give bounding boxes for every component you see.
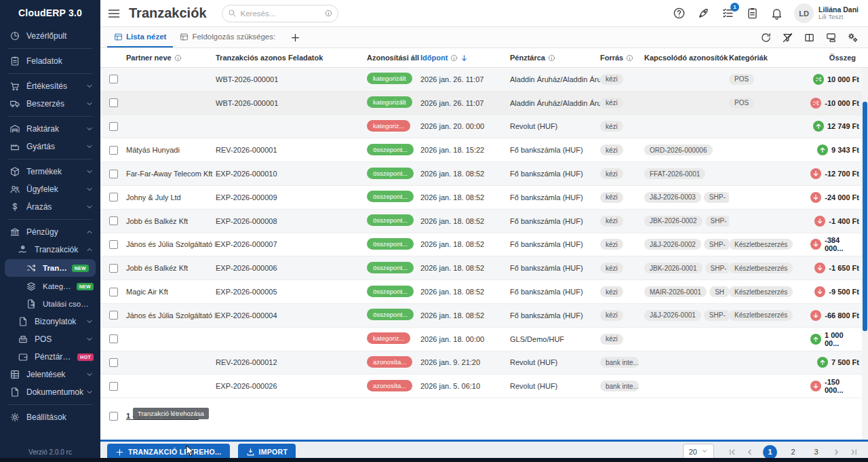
sidebar-item-term-kek[interactable]: Termékek xyxy=(0,163,100,180)
tab-feldolgozas-szukseges[interactable]: Feldolgozás szükséges: xyxy=(173,27,282,47)
row-checkbox[interactable] xyxy=(109,75,118,83)
transaction-row[interactable]: WBT-2026-000001kategorizált2026 jan. 26.… xyxy=(100,92,868,115)
next-page-button[interactable] xyxy=(832,448,841,457)
transaction-row[interactable]: Johny & July LtdEXP-2026-000009összepont… xyxy=(100,186,868,210)
related-id-chip[interactable]: SHP- xyxy=(704,192,729,203)
tab-lista-nezet[interactable]: Lista nézet xyxy=(107,27,173,47)
related-id-chip[interactable]: J&J-2026-0003 xyxy=(644,192,701,203)
menu-icon[interactable] xyxy=(107,7,121,20)
page-1-button[interactable]: 1 xyxy=(763,445,777,459)
row-checkbox[interactable] xyxy=(109,170,118,178)
transaction-row[interactable]: REV-2026-000012azonosíta...2026 jan. 9. … xyxy=(100,351,868,375)
table-settings-icon[interactable] xyxy=(847,27,859,47)
row-checkbox[interactable] xyxy=(109,264,118,273)
row-checkbox[interactable] xyxy=(109,98,118,107)
column-header-forr-s[interactable]: Forrás xyxy=(600,54,644,62)
category-chip[interactable]: Készletbeszerzés xyxy=(729,263,793,273)
sidebar-item-utal-si-csomagok[interactable]: Utalási csomagok xyxy=(0,295,100,313)
sidebar-item-p-nzt-rc-k[interactable]: PénztárcákHOT xyxy=(0,348,100,366)
sidebar-item-vez-rl-pult[interactable]: Vezérlőpult xyxy=(0,27,100,45)
sidebar-item--rt-kes-t-s[interactable]: Értékesítés xyxy=(0,77,100,95)
avatar[interactable]: LD xyxy=(794,3,814,23)
column-header-feladatok[interactable]: Feladatok xyxy=(288,54,367,62)
page-2-button[interactable]: 2 xyxy=(786,445,800,459)
sidebar-item-feladatok[interactable]: Feladatok xyxy=(0,52,100,70)
related-id-chip[interactable]: SHP- xyxy=(705,263,730,273)
rocket-icon[interactable] xyxy=(697,7,710,20)
category-chip[interactable]: POS xyxy=(729,98,754,109)
sort-desc-icon[interactable] xyxy=(460,54,469,62)
transaction-row[interactable]: Far-Far-Away Telecom KftEXP-2026-000010ö… xyxy=(100,162,868,186)
search-box[interactable] xyxy=(222,5,338,22)
checklist-icon[interactable]: 1 xyxy=(722,7,734,20)
columns-icon[interactable] xyxy=(804,27,815,47)
vertical-scrollbar-thumb[interactable] xyxy=(863,102,867,331)
row-checkbox[interactable] xyxy=(109,311,118,320)
row-checkbox[interactable] xyxy=(109,288,118,296)
related-id-chip[interactable]: FFAT-2026-0001 xyxy=(644,168,705,179)
column-header--sszeg[interactable]: Összeg xyxy=(810,54,868,62)
sidebar-item-beszerz-s[interactable]: Beszerzés xyxy=(0,95,100,113)
page-3-button[interactable]: 3 xyxy=(809,445,823,459)
sidebar-item-pos[interactable]: POS xyxy=(0,330,100,348)
select-all-checkbox[interactable] xyxy=(109,412,118,421)
row-checkbox[interactable] xyxy=(109,334,118,343)
sidebar-item-tranzakci-k[interactable]: TranzakciókNEW xyxy=(5,259,96,277)
transaction-row[interactable]: Mátyás HunyadiREV-2026-000001összepont..… xyxy=(100,138,868,162)
sidebar-item--raz-s[interactable]: Árazás xyxy=(0,198,100,216)
info-icon[interactable] xyxy=(174,54,182,62)
category-chip[interactable]: Készletbeszerzés xyxy=(729,286,793,297)
category-chip[interactable]: POS xyxy=(729,74,754,85)
column-header-kateg-ri-k[interactable]: Kategóriák xyxy=(729,54,810,62)
last-page-button[interactable] xyxy=(850,448,859,457)
column-header-partner-neve[interactable]: Partner neve xyxy=(126,54,216,62)
related-id-chip[interactable]: ORD-2026-000006 xyxy=(644,145,713,155)
row-checkbox[interactable] xyxy=(109,216,118,225)
transaction-row[interactable]: János és Júlia Szolgáltató KftEXP-2026-0… xyxy=(100,233,868,257)
column-header-tranzakci-s-azonos[interactable]: Tranzakciós azonos xyxy=(216,54,288,62)
user-info[interactable]: Liliána Dani Lili Teszt xyxy=(818,5,859,21)
category-chip[interactable]: Készletbeszerzés xyxy=(729,310,793,321)
filter-icon[interactable] xyxy=(782,27,793,47)
sidebar-item--gyfelek[interactable]: Ügyfelek xyxy=(0,180,100,198)
sidebar-item-rakt-rak[interactable]: Raktárak xyxy=(0,120,100,138)
related-id-chip[interactable]: J&J-2026-0001 xyxy=(644,310,701,321)
row-checkbox[interactable] xyxy=(109,193,118,201)
search-info-icon[interactable] xyxy=(325,9,332,17)
sidebar-item-dokumentumok[interactable]: Dokumentumok xyxy=(0,383,100,401)
column-header-id-pont[interactable]: Időpont xyxy=(420,54,510,62)
related-id-chip[interactable]: J&J-2026-0002 xyxy=(644,239,701,250)
help-icon[interactable] xyxy=(673,7,686,20)
search-input[interactable] xyxy=(241,9,322,18)
row-checkbox[interactable] xyxy=(109,122,118,131)
transaction-row[interactable]: Jobb és Balkéz KftEXP-2026-000006összepo… xyxy=(100,256,868,280)
add-tab-button[interactable] xyxy=(282,27,309,47)
sidebar-item-gy-rt-s[interactable]: Gyártás xyxy=(0,138,100,155)
column-header-kapcsol-d-azonos-t-k[interactable]: Kapcsolódó azonosítók xyxy=(644,54,729,62)
clipboard-icon[interactable] xyxy=(746,7,759,20)
related-id-chip[interactable]: MAIR-2026-0001 xyxy=(644,286,707,297)
sidebar-item-be-ll-t-sok[interactable]: Beállítások xyxy=(0,408,100,426)
row-density-icon[interactable] xyxy=(825,27,837,47)
bell-icon[interactable] xyxy=(770,7,783,20)
first-page-button[interactable] xyxy=(728,448,736,457)
sidebar-item-jelent-sek[interactable]: Jelentések xyxy=(0,366,100,383)
column-header-p-nzt-rca[interactable]: Pénztárca xyxy=(510,54,600,62)
info-icon[interactable] xyxy=(626,54,633,62)
info-icon[interactable] xyxy=(548,54,555,62)
sidebar-item-bizonylatok[interactable]: Bizonylatok xyxy=(0,313,100,330)
sidebar-item-p-nz-gy[interactable]: Pénzügy xyxy=(0,223,100,241)
row-checkbox[interactable] xyxy=(109,358,118,367)
vertical-scrollbar-track[interactable] xyxy=(862,68,868,440)
transaction-row[interactable]: kategoriz...2026 jan. 20. 00:00Revolut (… xyxy=(100,115,868,139)
related-id-chip[interactable]: SH xyxy=(709,286,729,297)
category-chip[interactable]: Készletbeszerzés xyxy=(729,239,793,250)
transaction-row[interactable]: János és Júlia Szolgáltató KftEXP-2026-0… xyxy=(100,304,868,328)
row-checkbox[interactable] xyxy=(109,382,118,391)
transaction-row[interactable]: kategoriz...2026 jan. 18. 00:00GLS/Demo/… xyxy=(100,328,868,351)
info-icon[interactable] xyxy=(450,54,458,62)
sidebar-item-kateg-ri-k[interactable]: KategóriákNEW xyxy=(0,277,100,295)
prev-page-button[interactable] xyxy=(745,448,754,457)
transaction-row[interactable]: Jobb és Balkéz KftEXP-2026-000008összepo… xyxy=(100,210,868,233)
related-id-chip[interactable]: SHP- xyxy=(704,310,729,321)
